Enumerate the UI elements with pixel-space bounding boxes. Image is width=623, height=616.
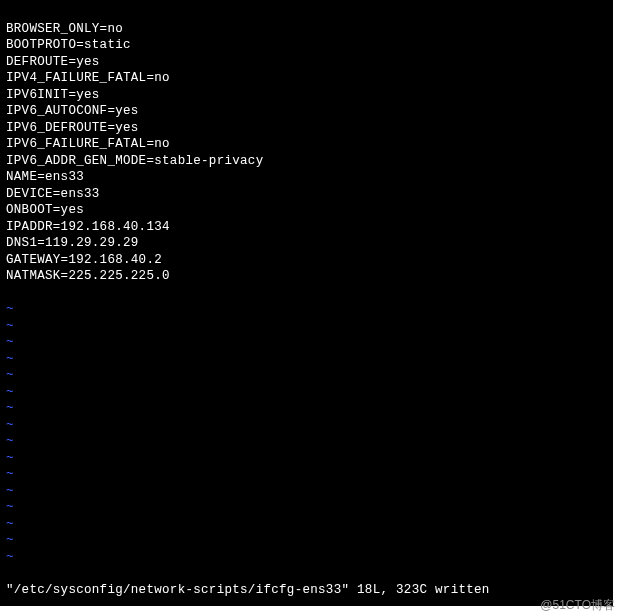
vi-tilde-line: ~ (6, 483, 607, 500)
vi-tilde-line: ~ (6, 499, 607, 516)
vi-tilde-line: ~ (6, 450, 607, 467)
vi-tilde-line: ~ (6, 367, 607, 384)
config-line: ONBOOT=yes (6, 202, 607, 219)
config-line: GATEWAY=192.168.40.2 (6, 252, 607, 269)
config-line: DEFROUTE=yes (6, 54, 607, 71)
config-line: IPADDR=192.168.40.134 (6, 219, 607, 236)
config-line: IPV6_ADDR_GEN_MODE=stable-privacy (6, 153, 607, 170)
vi-tilde-line: ~ (6, 318, 607, 335)
watermark-text: @51CTO博客 (540, 597, 615, 614)
vi-empty-lines: ~~~~~~~~~~~~~~~~ (6, 301, 607, 565)
vi-tilde-line: ~ (6, 549, 607, 566)
vi-tilde-line: ~ (6, 466, 607, 483)
config-line: IPV4_FAILURE_FATAL=no (6, 70, 607, 87)
config-line: NAME=ens33 (6, 169, 607, 186)
vi-tilde-line: ~ (6, 384, 607, 401)
vi-tilde-line: ~ (6, 516, 607, 533)
config-line: BROWSER_ONLY=no (6, 21, 607, 38)
vi-tilde-line: ~ (6, 334, 607, 351)
vi-tilde-line: ~ (6, 417, 607, 434)
config-line: BOOTPROTO=static (6, 37, 607, 54)
config-line: IPV6_DEFROUTE=yes (6, 120, 607, 137)
vi-tilde-line: ~ (6, 400, 607, 417)
config-line: DNS1=119.29.29.29 (6, 235, 607, 252)
config-line: IPV6INIT=yes (6, 87, 607, 104)
vi-tilde-line: ~ (6, 301, 607, 318)
vi-tilde-line: ~ (6, 351, 607, 368)
vi-status-line: "/etc/sysconfig/network-scripts/ifcfg-en… (6, 582, 607, 599)
config-line: IPV6_FAILURE_FATAL=no (6, 136, 607, 153)
vi-tilde-line: ~ (6, 532, 607, 549)
vi-tilde-line: ~ (6, 433, 607, 450)
config-file-content: BROWSER_ONLY=noBOOTPROTO=staticDEFROUTE=… (6, 21, 607, 285)
terminal-window[interactable]: BROWSER_ONLY=noBOOTPROTO=staticDEFROUTE=… (0, 0, 613, 606)
config-line: DEVICE=ens33 (6, 186, 607, 203)
config-line: IPV6_AUTOCONF=yes (6, 103, 607, 120)
config-line: NATMASK=225.225.225.0 (6, 268, 607, 285)
